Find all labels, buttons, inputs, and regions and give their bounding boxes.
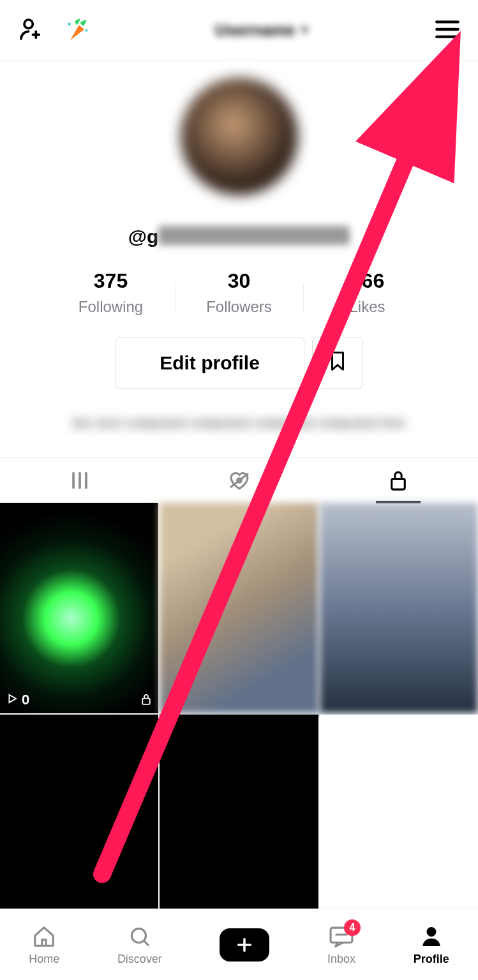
add-friend-icon[interactable]	[18, 17, 43, 45]
edit-profile-label: Edit profile	[160, 352, 260, 374]
svg-point-12	[131, 928, 146, 942]
plus-icon	[235, 936, 253, 954]
nav-inbox[interactable]: 4 Inbox	[327, 923, 355, 966]
likes-count: 166	[304, 269, 431, 293]
svg-rect-11	[143, 699, 150, 704]
home-icon	[32, 923, 56, 950]
video-tile-empty	[320, 715, 478, 925]
heart-hidden-icon	[227, 469, 252, 492]
svg-line-13	[144, 941, 149, 946]
nav-inbox-label: Inbox	[327, 953, 355, 966]
video-tile[interactable]	[160, 503, 318, 713]
nav-discover[interactable]: Discover	[117, 923, 162, 966]
followers-count: 30	[176, 269, 303, 293]
grid-tab-icon	[69, 470, 91, 491]
username-prefix: @g	[128, 226, 159, 248]
hamburger-menu-icon[interactable]	[435, 31, 460, 42]
nav-home-label: Home	[29, 953, 59, 966]
nav-profile[interactable]: Profile	[414, 923, 449, 966]
bookmark-button[interactable]	[312, 338, 363, 389]
following-count: 375	[47, 269, 175, 293]
video-thumbnail	[320, 503, 478, 713]
svg-rect-10	[392, 479, 405, 489]
header-display-name: Username	[215, 20, 295, 40]
avatar-container	[0, 78, 478, 195]
carrot-icon[interactable]	[65, 17, 91, 45]
bio-text: bio text redacted redacted redacted reda…	[0, 414, 478, 432]
video-view-count: 0	[6, 692, 29, 708]
stat-likes[interactable]: 166 Likes	[304, 269, 431, 316]
inbox-icon: 4	[329, 923, 354, 950]
likes-label: Likes	[304, 298, 431, 316]
chevron-down-icon: ▼	[299, 24, 310, 37]
bookmark-icon	[328, 350, 347, 376]
avatar[interactable]	[181, 78, 298, 195]
nav-create[interactable]	[220, 928, 269, 961]
inbox-badge: 4	[344, 919, 361, 936]
video-tile[interactable]	[160, 715, 318, 925]
video-grid: 0	[0, 503, 478, 926]
nav-profile-label: Profile	[414, 953, 449, 966]
lock-small-icon	[140, 693, 152, 708]
profile-tabs	[0, 457, 478, 503]
edit-profile-button[interactable]: Edit profile	[116, 338, 304, 389]
account-switcher[interactable]: Username ▼	[215, 20, 311, 40]
followers-label: Followers	[176, 298, 303, 316]
following-label: Following	[47, 298, 175, 316]
tab-private[interactable]	[318, 458, 478, 503]
video-tile[interactable]: 0	[0, 503, 158, 713]
profile-header: Username ▼	[0, 0, 478, 61]
video-tile[interactable]	[320, 503, 478, 713]
header-left	[18, 17, 91, 45]
tab-posts[interactable]	[0, 458, 160, 503]
svg-point-0	[24, 20, 33, 28]
profile-action-row: Edit profile	[0, 338, 478, 389]
stats-row: 375 Following 30 Followers 166 Likes	[0, 269, 478, 316]
video-thumbnail	[160, 503, 318, 713]
username: @g	[0, 226, 478, 248]
create-button[interactable]	[220, 928, 269, 961]
play-icon	[6, 692, 18, 708]
profile-icon	[420, 923, 443, 950]
stat-following[interactable]: 375 Following	[47, 269, 175, 316]
nav-discover-label: Discover	[117, 953, 162, 966]
stat-followers[interactable]: 30 Followers	[176, 269, 303, 316]
username-redacted	[158, 226, 350, 245]
bottom-nav: Home Discover 4 Inbox	[0, 909, 478, 980]
svg-point-18	[426, 927, 436, 937]
search-icon	[128, 923, 152, 950]
video-thumbnail	[0, 503, 158, 713]
nav-home[interactable]: Home	[29, 923, 59, 966]
tab-liked[interactable]	[160, 458, 319, 503]
svg-point-2	[86, 29, 88, 31]
video-tile[interactable]	[0, 715, 158, 925]
lock-icon	[388, 469, 408, 492]
view-count-value: 0	[22, 692, 29, 708]
svg-point-1	[68, 22, 71, 25]
